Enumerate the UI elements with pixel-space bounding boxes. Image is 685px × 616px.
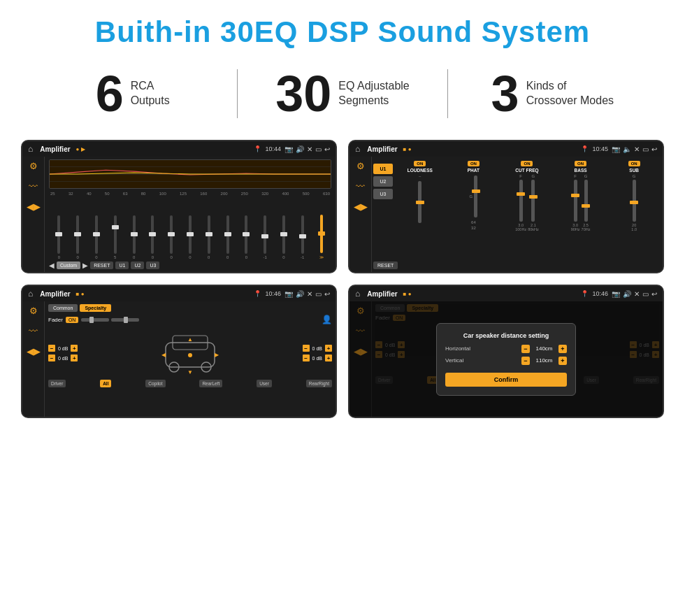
sp-btn-driver[interactable]: Driver bbox=[48, 380, 66, 387]
eq-sidebar-icon-3[interactable]: ◀▶ bbox=[27, 201, 41, 212]
db-control-fr: − 0 dB + bbox=[303, 345, 332, 352]
dsp-loudness-on[interactable]: ON bbox=[414, 161, 426, 166]
dsp-cutfreq-group: ON CUT FREQ F 3.0 100Hz G bbox=[501, 161, 553, 268]
stat-eq: 30 EQ AdjustableSegments bbox=[252, 69, 433, 119]
db-minus-fr[interactable]: − bbox=[303, 345, 310, 352]
eq-slider-8[interactable] bbox=[189, 215, 192, 254]
stat-crossover: 3 Kinds ofCrossover Modes bbox=[462, 69, 643, 119]
db-control-fl: − 0 dB + bbox=[48, 345, 78, 352]
dsp-sub-slider[interactable] bbox=[633, 180, 636, 222]
dsp-time: 10:45 bbox=[592, 145, 608, 152]
dsp-bass-label: BASS bbox=[575, 168, 587, 173]
eq-slider-9[interactable] bbox=[208, 215, 210, 254]
dialog-box: Car speaker distance setting Horizontal … bbox=[436, 323, 576, 396]
sp-btn-rearleft[interactable]: RearLeft bbox=[199, 380, 222, 387]
dsp-u2-btn[interactable]: U2 bbox=[373, 176, 393, 187]
fader-home-icon[interactable]: ⌂ bbox=[28, 289, 33, 299]
dsp-phat-on[interactable]: ON bbox=[468, 161, 480, 166]
dsp-bass-slider-g[interactable] bbox=[584, 180, 588, 222]
dsp-phat-slider[interactable] bbox=[474, 176, 477, 217]
car-diagram: ▲ ▼ ◀ ▶ bbox=[82, 329, 298, 378]
stat-number-eq: 30 bbox=[275, 69, 331, 119]
eq-prev-btn[interactable]: ◀ bbox=[49, 262, 55, 269]
eq-status-icons: 📷 🔊 ✕ ▭ ↩ bbox=[284, 145, 330, 153]
dsp-sidebar-icon-1[interactable]: ⚙ bbox=[356, 161, 365, 171]
eq-slider-12[interactable] bbox=[264, 215, 266, 254]
sp-btn-all[interactable]: All bbox=[100, 380, 111, 387]
eq-u1-btn[interactable]: U1 bbox=[115, 262, 129, 269]
dialog-home-icon[interactable]: ⌂ bbox=[355, 289, 360, 299]
fader-h-track-1[interactable] bbox=[81, 318, 109, 322]
fader-main-area: Common Specialty Fader ON 👤 bbox=[45, 301, 336, 417]
dsp-loudness-slider[interactable] bbox=[418, 181, 421, 223]
db-minus-rl[interactable]: − bbox=[48, 354, 55, 361]
dialog-confirm-button[interactable]: Confirm bbox=[445, 373, 567, 387]
dsp-cutfreq-slider-f[interactable] bbox=[519, 180, 523, 222]
eq-slider-4[interactable] bbox=[114, 215, 117, 254]
eq-slider-2[interactable] bbox=[76, 215, 79, 254]
eq-screen-title: Amplifier bbox=[40, 145, 70, 153]
dsp-phat-label: PHAT bbox=[468, 168, 480, 173]
dsp-cutfreq-on[interactable]: ON bbox=[521, 161, 533, 166]
fader-sidebar-icon-1[interactable]: ⚙ bbox=[29, 306, 38, 316]
dsp-home-icon[interactable]: ⌂ bbox=[355, 144, 360, 154]
db-control-rr: − 0 dB + bbox=[303, 354, 332, 361]
sp-btn-rearright[interactable]: RearRight bbox=[306, 380, 332, 387]
dialog-vertical-minus[interactable]: − bbox=[521, 357, 530, 365]
eq-sidebar-icon-1[interactable]: ⚙ bbox=[29, 161, 38, 171]
dialog-screen-title: Amplifier bbox=[367, 290, 397, 298]
eq-u3-btn[interactable]: U3 bbox=[146, 262, 159, 269]
fader-tab-common[interactable]: Common bbox=[48, 304, 78, 312]
eq-slider-3[interactable] bbox=[95, 215, 98, 254]
eq-slider-14[interactable] bbox=[301, 215, 304, 254]
dsp-bass-slider-f[interactable] bbox=[574, 180, 577, 222]
dsp-status-icons: 📷 🔈 ✕ ▭ ↩ bbox=[612, 145, 657, 153]
dsp-sub-on[interactable]: ON bbox=[628, 161, 640, 166]
fader-sidebar-icon-2[interactable]: 〰 bbox=[29, 326, 38, 336]
sp-btn-copilot[interactable]: Copilot bbox=[145, 380, 165, 387]
dialog-horizontal-minus[interactable]: − bbox=[521, 345, 530, 353]
dsp-cutfreq-slider-g[interactable] bbox=[531, 180, 535, 222]
eq-next-btn[interactable]: ▶ bbox=[82, 262, 88, 269]
fader-time-area: 📍 10:46 📷 🔊 ✕ ▭ ↩ bbox=[254, 290, 330, 298]
dialog-time-area: 📍 10:46 📷 🔊 ✕ ▭ ↩ bbox=[581, 290, 657, 298]
eq-sidebar-icon-2[interactable]: 〰 bbox=[29, 181, 38, 192]
db-plus-fr[interactable]: + bbox=[325, 345, 332, 352]
dsp-u1-btn[interactable]: U1 bbox=[373, 164, 393, 174]
fader-status-icons: 📷 🔊 ✕ ▭ ↩ bbox=[284, 290, 330, 298]
eq-slider-6[interactable] bbox=[151, 215, 154, 254]
eq-slider-13[interactable] bbox=[282, 215, 285, 254]
eq-slider-15[interactable] bbox=[320, 215, 323, 253]
fader-on-badge[interactable]: ON bbox=[66, 317, 79, 323]
db-plus-fl[interactable]: + bbox=[71, 345, 78, 352]
sp-btn-user[interactable]: User bbox=[257, 380, 272, 387]
fader-sidebar-icon-3[interactable]: ◀▶ bbox=[27, 346, 41, 357]
fader-h-track-2[interactable] bbox=[111, 318, 139, 322]
dialog-horizontal-plus[interactable]: + bbox=[558, 345, 567, 353]
svg-text:▶: ▶ bbox=[215, 352, 219, 358]
dialog-vertical-plus[interactable]: + bbox=[558, 357, 567, 365]
home-icon[interactable]: ⌂ bbox=[28, 144, 33, 154]
eq-slider-7[interactable] bbox=[170, 215, 173, 254]
eq-slider-11[interactable] bbox=[245, 215, 247, 254]
eq-slider-1[interactable] bbox=[57, 215, 60, 254]
dsp-sidebar-icon-2[interactable]: 〰 bbox=[356, 181, 365, 192]
db-minus-rr[interactable]: − bbox=[303, 354, 310, 361]
db-plus-rl[interactable]: + bbox=[71, 354, 78, 361]
db-plus-rr[interactable]: + bbox=[325, 354, 332, 361]
dsp-bass-on[interactable]: ON bbox=[575, 161, 586, 166]
db-minus-fl[interactable]: − bbox=[48, 345, 55, 352]
dialog-dots: ■ ● bbox=[403, 291, 412, 297]
eq-slider-10[interactable] bbox=[226, 215, 229, 254]
fader-tab-specialty[interactable]: Specialty bbox=[80, 304, 111, 312]
eq-custom-btn[interactable]: Custom bbox=[57, 262, 80, 269]
dsp-sidebar-icon-3[interactable]: ◀▶ bbox=[354, 201, 368, 212]
eq-u2-btn[interactable]: U2 bbox=[131, 262, 144, 269]
eq-dots: ● ▶ bbox=[76, 146, 85, 152]
eq-slider-5[interactable] bbox=[133, 215, 136, 254]
dsp-volume-icon: 🔈 bbox=[623, 145, 631, 153]
eq-reset-btn[interactable]: RESET bbox=[90, 262, 113, 269]
fader-time: 10:46 bbox=[265, 290, 281, 297]
dsp-u3-btn[interactable]: U3 bbox=[373, 189, 393, 199]
svg-text:◀: ◀ bbox=[161, 352, 166, 358]
